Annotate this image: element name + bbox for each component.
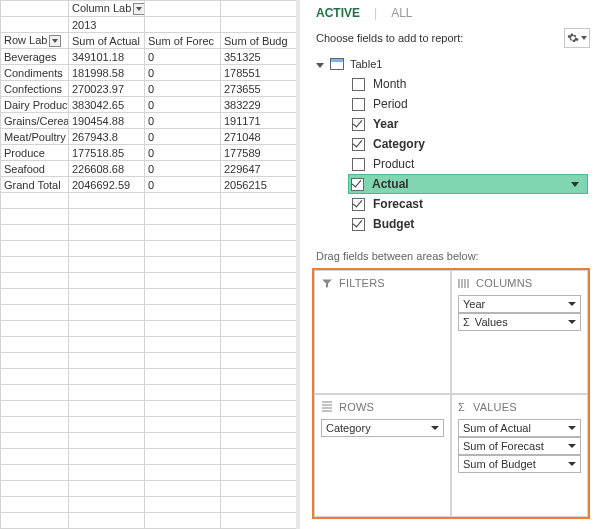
field-checkbox[interactable] [352,138,365,151]
filters-area[interactable]: FILTERS [314,270,451,394]
area-item-label: Sum of Forecast [463,440,544,452]
field-dropdown-icon[interactable] [571,182,579,187]
empty-row [1,225,300,241]
field-forecast[interactable]: Forecast [350,194,588,214]
empty-row [1,337,300,353]
field-checkbox[interactable] [351,178,364,191]
field-category[interactable]: Category [350,134,588,154]
table-row: Seafood226608.680229647 [1,161,300,177]
area-item[interactable]: Sum of Actual [458,419,581,437]
year-header-row: 2013 20 [1,17,300,33]
field-label: Category [373,137,425,151]
field-actual[interactable]: Actual [348,174,588,194]
columns-icon [458,278,470,289]
gear-icon [567,32,579,44]
field-tree: Table1 MonthPeriodYearCategoryProductAct… [300,54,600,240]
empty-row [1,465,300,481]
area-item[interactable]: Year [458,295,581,313]
chevron-down-icon[interactable] [568,444,576,448]
empty-row [1,321,300,337]
empty-row [1,433,300,449]
values-area[interactable]: Σ VALUES Sum of ActualSum of ForecastSum… [451,394,588,518]
empty-row [1,193,300,209]
field-year[interactable]: Year [350,114,588,134]
sigma-icon: Σ [463,316,470,328]
area-item-label: Sum of Actual [463,422,531,434]
empty-row [1,481,300,497]
field-checkbox[interactable] [352,158,365,171]
field-checkbox[interactable] [352,118,365,131]
area-item[interactable]: Σ Values [458,313,581,331]
empty-row [1,273,300,289]
columns-area[interactable]: COLUMNS YearΣ Values [451,270,588,394]
empty-row [1,401,300,417]
table-icon [330,58,344,70]
table-row: Confections270023.970273655 [1,81,300,97]
table-row: Grains/Cereals190454.880191171 [1,113,300,129]
area-item-label: Year [463,298,485,310]
measure-header-row: Row Lab Sum of Actual Sum of Forec Sum o… [1,33,300,49]
field-budget[interactable]: Budget [350,214,588,234]
field-label: Month [373,77,406,91]
empty-row [1,289,300,305]
empty-row [1,369,300,385]
field-label: Actual [372,177,409,191]
column-labels-dropdown-icon[interactable] [133,3,144,15]
empty-row [1,209,300,225]
empty-row [1,257,300,273]
table-row: Produce177518.850177589 [1,145,300,161]
area-item[interactable]: Category [321,419,444,437]
tab-all[interactable]: ALL [391,6,412,20]
table-name-label: Table1 [350,58,382,70]
empty-row [1,449,300,465]
field-label: Year [373,117,398,131]
chevron-down-icon[interactable] [431,426,439,430]
rows-icon [321,401,333,412]
field-label: Period [373,97,408,111]
field-product[interactable]: Product [350,154,588,174]
chevron-down-icon[interactable] [568,462,576,466]
field-checkbox[interactable] [352,98,365,111]
empty-row [1,241,300,257]
table-row: Condiments181998.580178551 [1,65,300,81]
empty-row [1,497,300,513]
pivot-field-list-pane: ACTIVE | ALL Choose fields to add to rep… [299,0,600,529]
field-period[interactable]: Period [350,94,588,114]
area-item-label: Category [326,422,371,434]
area-item[interactable]: Sum of Budget [458,455,581,473]
filter-icon [321,278,333,289]
rows-area[interactable]: ROWS Category [314,394,451,518]
drag-instruction-label: Drag fields between areas below: [300,240,600,268]
column-labels-row: Column Lab [1,1,300,17]
tab-separator: | [374,6,377,20]
field-label: Product [373,157,414,171]
choose-fields-label: Choose fields to add to report: [316,32,463,44]
pane-splitter[interactable] [296,0,300,529]
tab-active[interactable]: ACTIVE [316,6,360,20]
tools-dropdown-button[interactable] [564,28,590,48]
table-row: Dairy Products383042.650383229 [1,97,300,113]
empty-row [1,513,300,529]
disclosure-triangle-icon[interactable] [316,63,324,68]
field-checkbox[interactable] [352,78,365,91]
field-month[interactable]: Month [350,74,588,94]
chevron-down-icon[interactable] [568,320,576,324]
area-item-label: Σ Values [463,316,508,328]
pivot-table-grid[interactable]: Column Lab 2013 20 Row Lab Sum of Actual… [0,0,299,529]
field-checkbox[interactable] [352,198,365,211]
table-row: Meat/Poultry267943.80271048 [1,129,300,145]
row-labels-dropdown-icon[interactable] [49,35,61,47]
empty-row [1,353,300,369]
table-row: Beverages349101.180351325 [1,49,300,65]
empty-row [1,417,300,433]
chevron-down-icon[interactable] [568,302,576,306]
field-checkbox[interactable] [352,218,365,231]
sigma-icon: Σ [458,401,465,413]
grand-total-row: Grand Total 2046692.59 0 2056215 [1,177,300,193]
chevron-down-icon[interactable] [568,426,576,430]
table-node[interactable]: Table1 [316,54,588,74]
areas-grid: FILTERS COLUMNS YearΣ Values ROWS Catego… [312,268,590,519]
chevron-down-icon [581,36,587,40]
field-label: Forecast [373,197,423,211]
area-item[interactable]: Sum of Forecast [458,437,581,455]
